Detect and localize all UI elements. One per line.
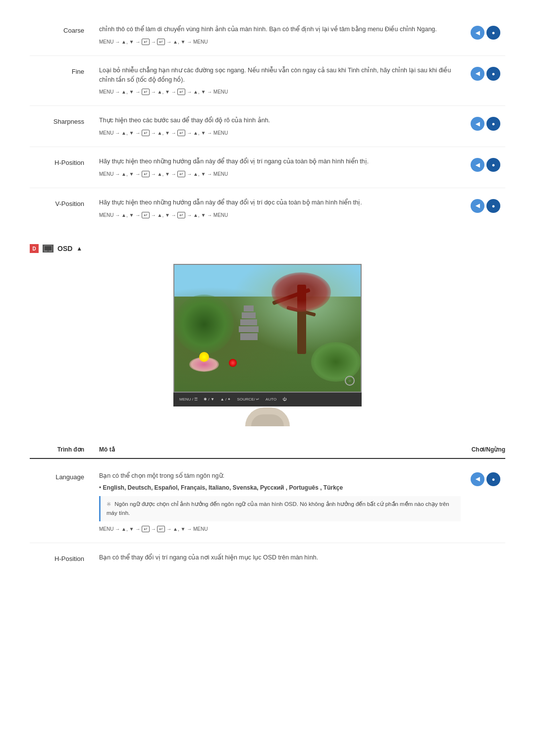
language-options: English, Deutsch, Español, Français, Ita… <box>99 483 461 492</box>
prev-btn-vposition[interactable]: ◀ <box>471 199 484 213</box>
osd-icon-box <box>43 245 54 252</box>
next-btn-vposition[interactable]: ● <box>486 199 500 213</box>
foliage-left <box>174 295 234 354</box>
next-btn-sharpness[interactable]: ● <box>486 117 500 131</box>
desc-coarse: chỉnh thô có thể làm di chuyển vùng hình… <box>99 25 471 46</box>
foliage-right <box>311 342 361 382</box>
next-btn-hposition[interactable]: ● <box>486 158 500 172</box>
osd-col-header-menu: Trình đơn <box>30 445 99 454</box>
menu-path-language: MENU → ▲, ▼ → ↵ → ↵ → ▲, ▼ → MENU <box>99 525 461 533</box>
pagoda <box>239 304 259 344</box>
btns-coarse: ◀ ● <box>471 25 505 40</box>
tree-foliage <box>271 272 331 312</box>
menu-path-hposition: MENU → ▲, ▼ → ↵ → ▲, ▼ → ↵ → ▲, ▼ → MENU <box>99 170 461 178</box>
osd-col-header-desc: Mô tả <box>99 445 461 454</box>
settings-row-hposition: H-Position Hãy thực hiện theo những hướn… <box>30 147 505 188</box>
auto-btn-label: AUTO <box>266 397 276 403</box>
svg-rect-1 <box>45 246 52 251</box>
menu-path-fine: MENU → ▲, ▼ → ↵ → ▲, ▼ → ↵ → ▲, ▼ → MENU <box>99 88 461 96</box>
pagoda-tier-3 <box>240 319 257 325</box>
pagoda-tier-1 <box>244 305 254 311</box>
btns-sharpness: ◀ ● <box>471 116 505 131</box>
osd-col-header-play: Chơi/Ngừng <box>461 445 505 454</box>
desc-language: Bạn có thể chọn một trong số tám ngôn ng… <box>99 471 471 533</box>
menu-path-vposition: MENU → ▲, ▼ → ↵ → ▲, ▼ → ↵ → ▲, ▼ → MENU <box>99 211 461 219</box>
btns-vposition: ◀ ● <box>471 198 505 213</box>
label-language: Language <box>30 471 99 482</box>
monitor-stand-assembly <box>173 406 362 426</box>
note-icon: ※ <box>107 501 111 507</box>
language-note: ※ Ngôn ngữ được chọn chỉ ảnh hưởng đến n… <box>99 496 461 521</box>
osd-settings-table: Trình đơn Mô tả Chơi/Ngừng Language Bạn … <box>30 441 505 575</box>
input-btn-label: SOURCE/ ↵ <box>237 397 260 403</box>
osd-row-hposition: H-Position Bạn có thể thay đổi vị trí ng… <box>30 543 505 575</box>
monitor-hand <box>245 407 290 426</box>
monitor-screen: ○ <box>173 264 362 393</box>
language-list: English, Deutsch, Español, Français, Ita… <box>99 483 461 492</box>
label-coarse: Coarse <box>30 25 99 36</box>
settings-row-sharpness: Sharpness Thực hiện theo các bước sau để… <box>30 106 505 147</box>
power-btn-label: ⏻ <box>282 397 286 403</box>
osd-title-arrow: ▲ <box>76 244 82 253</box>
power-indicator: ○ <box>345 376 355 386</box>
svg-rect-2 <box>47 251 49 252</box>
btns-fine: ◀ ● <box>471 66 505 81</box>
settings-table: Coarse chỉnh thô có thể làm di chuyển vù… <box>30 15 505 229</box>
osd-header: D OSD ▲ <box>30 244 505 254</box>
osd-title: OSD <box>57 244 72 254</box>
source-btn-label: ▲ / ✦ <box>220 397 231 403</box>
btns-language: ◀ ● <box>471 471 505 486</box>
red-ball <box>229 359 237 367</box>
desc-vposition: Hãy thực hiện theo những hướng dẫn này đ… <box>99 198 471 219</box>
osd-table-header: Trình đơn Mô tả Chơi/Ngừng <box>30 441 505 459</box>
hand-inner <box>251 414 284 426</box>
label-hposition: H-Position <box>30 157 99 168</box>
btns-hposition-osd <box>471 553 505 554</box>
prev-btn-hposition[interactable]: ◀ <box>471 158 484 172</box>
brightness-btn-label: ✱ / ▼ <box>204 397 214 403</box>
monitor-icon <box>44 246 52 252</box>
label-hposition-osd: H-Position <box>30 553 99 564</box>
monitor-controls-bar: MENU / ☰ ✱ / ▼ ▲ / ✦ SOURCE/ ↵ AUTO ⏻ <box>173 393 362 406</box>
desc-fine: Loại bỏ nhiễu chẳng hạn như các đường sọ… <box>99 66 471 96</box>
prev-btn-fine[interactable]: ◀ <box>471 67 484 81</box>
page-container: Coarse chỉnh thô có thể làm di chuyển vù… <box>30 15 505 575</box>
prev-btn-sharpness[interactable]: ◀ <box>471 117 484 131</box>
pagoda-tier-2 <box>242 312 256 318</box>
desc-hposition: Hãy thực hiện theo những hướng dẫn này đ… <box>99 157 471 178</box>
osd-section: D OSD ▲ <box>30 244 505 575</box>
prev-btn-language[interactable]: ◀ <box>471 472 484 486</box>
pagoda-base <box>240 333 258 340</box>
next-btn-coarse[interactable]: ● <box>486 26 500 40</box>
hand-shape <box>245 407 290 426</box>
pagoda-tier-4 <box>239 326 259 332</box>
label-vposition: V-Position <box>30 198 99 209</box>
settings-row-vposition: V-Position Hãy thực hiện theo những hướn… <box>30 188 505 229</box>
menu-path-sharpness: MENU → ▲, ▼ → ↵ → ▲, ▼ → ↵ → ▲, ▼ → MENU <box>99 129 461 137</box>
osd-icon-d: D <box>30 244 39 253</box>
next-btn-fine[interactable]: ● <box>486 67 500 81</box>
prev-btn-coarse[interactable]: ◀ <box>471 26 484 40</box>
desc-sharpness: Thực hiện theo các bước sau để thay đổi … <box>99 116 471 137</box>
btns-hposition: ◀ ● <box>471 157 505 172</box>
menu-btn-label: MENU / ☰ <box>179 397 198 403</box>
settings-row-coarse: Coarse chỉnh thô có thể làm di chuyển vù… <box>30 15 505 56</box>
menu-path-coarse: MENU → ▲, ▼ → ↵ → ↵ → ▲, ▼ → MENU <box>99 38 461 46</box>
osd-row-language: Language Bạn có thể chọn một trong số tá… <box>30 461 505 543</box>
label-sharpness: Sharpness <box>30 116 99 127</box>
yellow-ball <box>199 352 209 362</box>
settings-row-fine: Fine Loại bỏ nhiễu chẳng hạn như các đườ… <box>30 56 505 106</box>
label-fine: Fine <box>30 66 99 77</box>
monitor-container: ○ MENU / ☰ ✱ / ▼ ▲ / ✦ SOURCE/ ↵ AUTO ⏻ <box>173 264 362 426</box>
next-btn-language[interactable]: ● <box>486 472 500 486</box>
desc-hposition-osd: Bạn có thể thay đổi vị trí ngang của nơi… <box>99 553 471 565</box>
